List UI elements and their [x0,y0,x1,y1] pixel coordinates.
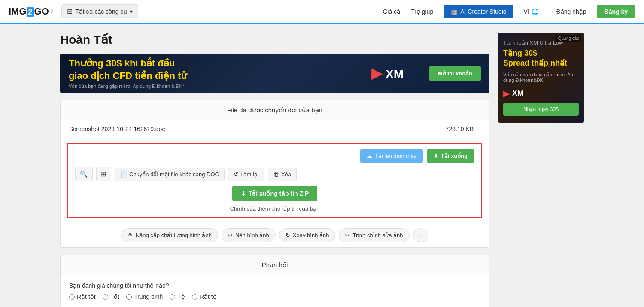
xm-arrow-icon: ▶ [371,66,382,81]
redo-icon: ↺ [234,171,238,178]
login-arrow-icon: → [549,8,555,15]
convert-another-button[interactable]: 📄 Chuyển đổi một file khác sang DOC [115,168,225,181]
sidebar-ad: Quảng cáo Tài khoản XM Ultra Low Tặng 30… [498,33,584,307]
zip-download-icon: ⬇ [241,190,246,197]
file-conversion-box: File đã được chuyển đổi của bạn Screensh… [60,100,489,248]
chevron-down-icon: ▾ [130,8,133,15]
ad-text-sub: Vốn của bạn đang gặp rủi ro. Áp dụng Đ.k… [69,84,187,89]
ad-xm-logo: ▶ XM [371,65,404,81]
compress-icon: ✂ [228,232,233,238]
redo-button[interactable]: ↺ Làm lại [228,168,264,181]
login-label: Đăng nhập [556,8,586,15]
feedback-radio-ratte[interactable] [192,294,197,300]
rotate-button[interactable]: ↻ Xoay hình ảnh [279,228,336,242]
ad-open-account-button[interactable]: Mở tài khoản [429,66,481,81]
feedback-label-tot: Tốt [110,293,119,300]
ai-btn-label: AI Creator Studio [460,8,506,15]
ad-banner-text: Thưởng 30$ khi bắt đầu giao dịch CFD tiề… [69,57,187,89]
compress-button[interactable]: ✂ Nén hình ảnh [222,228,276,242]
upgrade-quality-button[interactable]: 👁 Nâng cấp chất lượng hình ảnh [121,228,218,242]
cloud-upload-icon: ☁ [367,153,372,159]
feedback-option-ratte[interactable]: Rất tệ [192,293,217,300]
action-row-middle: 🔍 ⊞ 📄 Chuyển đổi một file khác sang DOC … [75,167,474,181]
globe-icon: 🌐 [531,8,538,15]
zip-download-button[interactable]: ⬇ Tải xuống tập tin ZIP [232,186,318,201]
trash-icon: 🗑 [273,171,279,178]
eye-icon: 👁 [128,232,133,238]
compress-label: Nén hình ảnh [235,232,269,238]
qr-code-button[interactable]: ⊞ [96,167,111,181]
sidebar-xm-text: XM [512,89,524,98]
ad-banner: Thưởng 30$ khi bắt đầu giao dịch CFD tiề… [60,54,489,93]
search-preview-button[interactable]: 🔍 [75,167,93,181]
tools-menu-label: Tất cả các công cụ [75,8,127,15]
language-selector[interactable]: VI 🌐 [524,8,538,15]
upload-cloud-button[interactable]: ☁ Tải lên đám mây [360,149,423,163]
logo-text: IMG2GO [9,6,49,17]
feedback-radio-tot[interactable] [103,294,108,300]
zip-download-label: Tải xuống tập tin ZIP [249,190,309,197]
sidebar-xm-arrow: ▶ [503,88,510,99]
download-button[interactable]: ⬇ Tải xuống [427,149,474,163]
nav-help[interactable]: Trợ giúp [411,8,433,15]
login-button[interactable]: → Đăng nhập [549,8,586,15]
ai-creator-button[interactable]: 🤖 AI Creator Studio [444,5,513,18]
delete-button[interactable]: 🗑 Xóa [268,168,297,181]
upload-cloud-label: Tải lên đám mây [375,153,416,159]
feedback-radio-raттот[interactable] [69,294,75,300]
more-tools-button[interactable]: ... [413,228,429,242]
qr-icon: ⊞ [101,170,106,178]
feedback-option-trung-binh[interactable]: Trung bình [126,293,163,300]
lang-label: VI [524,8,529,15]
ai-icon: 🤖 [450,8,458,15]
file-name: Screenshot 2023-10-24 162619.doc [69,126,446,132]
feedback-radio-trung-binh[interactable] [126,294,132,300]
edit-hint: Chỉnh sửa thêm cho tập tin của bạn [75,205,474,212]
download-label: Tải xuống [441,153,468,159]
logo-2: 2 [27,7,34,17]
tools-row: 👁 Nâng cấp chất lượng hình ảnh ✂ Nén hìn… [61,223,489,247]
feedback-header: Phản hồi [61,255,489,275]
action-area: ☁ Tải lên đám mây ⬇ Tải xuống 🔍 ⊞ [67,143,482,218]
feedback-label-ratte: Rất tệ [200,293,217,300]
main-content: Hoàn Tất Thưởng 30$ khi bắt đầu giao dịc… [52,24,592,307]
xm-text: XM [386,67,404,81]
logo-registered: ® [50,9,53,14]
tools-menu-button[interactable]: ⊞ Tất cả các công cụ ▾ [61,4,138,18]
feedback-option-te[interactable]: Tệ [170,293,185,300]
convert-label: Chuyển đổi một file khác sang DOC [129,171,219,178]
ad-text-main: Thưởng 30$ khi bắt đầu giao dịch CFD tiề… [69,57,187,82]
sidebar-ad-main: Tặng 30$ Spread thấp nhất [503,48,579,69]
upgrade-label: Nâng cấp chất lượng hình ảnh [136,232,212,238]
register-button[interactable]: Đăng ký [597,5,635,18]
redo-label: Làm lại [240,171,259,178]
file-icon: 📄 [120,171,127,178]
feedback-body: Bạn đánh giá chúng tôi như thế nào? Rất … [61,275,489,307]
edit-label: Trình chỉnh sửa ảnh [352,232,403,238]
sidebar-ad-button[interactable]: Nhận ngay 30$ [503,103,579,116]
file-box-header: File đã được chuyển đổi của bạn [61,100,489,120]
ad-line1: Thưởng 30$ khi bắt đầu [69,58,175,69]
grid-icon: ⊞ [67,7,73,15]
file-row: Screenshot 2023-10-24 162619.doc 723.10 … [61,120,489,138]
sidebar-xm-logo: ▶ XM [503,88,579,99]
edit-photo-button[interactable]: ✂ Trình chỉnh sửa ảnh [339,228,409,242]
feedback-options: Rất tốt Tốt Trung bình Tệ [69,293,480,300]
feedback-label-te: Tệ [177,293,185,300]
feedback-radio-te[interactable] [170,294,175,300]
download-icon: ⬇ [434,153,438,159]
logo: IMG2GO ® [9,6,53,17]
delete-label: Xóa [281,171,291,178]
feedback-option-raттот[interactable]: Rất tốt [69,293,96,300]
file-size: 723.10 KB [446,126,474,132]
ad-label: Quảng cáo [556,35,581,42]
sidebar-ad-line2: Spread thấp nhất [503,59,567,67]
action-row-top: ☁ Tải lên đám mây ⬇ Tải xuống [75,149,474,163]
nav-price[interactable]: Giá cả [383,8,401,15]
feedback-option-tot[interactable]: Tốt [103,293,119,300]
sidebar-ad-line1: Tặng 30$ [503,49,537,57]
page-title: Hoàn Tất [60,33,489,47]
rotate-label: Xoay hình ảnh [293,232,329,238]
logo-go: GO [34,6,49,17]
edit-icon: ✂ [345,232,350,238]
